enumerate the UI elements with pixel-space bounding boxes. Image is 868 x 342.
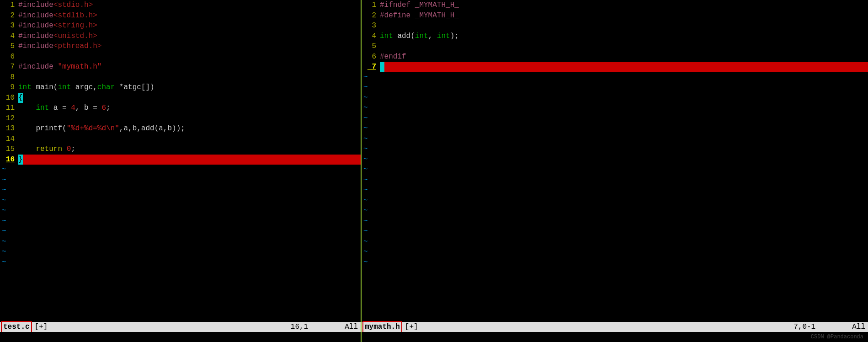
line-number: 2 bbox=[362, 11, 380, 21]
empty-line-tilde: ~ bbox=[0, 257, 361, 268]
empty-line-tilde: ~ bbox=[362, 155, 868, 165]
line-content: } bbox=[18, 155, 361, 165]
code-area-left[interactable]: 1#include<stdio.h> 2#include<stdlib.h> 3… bbox=[0, 0, 361, 322]
line-number: 3 bbox=[0, 21, 18, 31]
line-number: 5 bbox=[362, 41, 380, 51]
line-number: 15 bbox=[0, 144, 18, 154]
code-line[interactable]: 13 printf("%d+%d=%d\n",a,b,add(a,b)); bbox=[0, 123, 361, 134]
empty-line-tilde: ~ bbox=[0, 185, 361, 196]
empty-line-tilde: ~ bbox=[0, 247, 361, 257]
code-line[interactable]: 7 bbox=[362, 62, 868, 72]
line-content: #include<stdlib.h> bbox=[18, 11, 361, 21]
line-number: 16 bbox=[0, 155, 18, 165]
empty-line-tilde: ~ bbox=[362, 226, 868, 237]
empty-line-tilde: ~ bbox=[362, 216, 868, 227]
empty-line-tilde: ~ bbox=[362, 113, 868, 124]
empty-line-tilde: ~ bbox=[362, 82, 868, 93]
empty-line-tilde: ~ bbox=[362, 144, 868, 155]
code-line[interactable]: 6 bbox=[0, 52, 361, 62]
empty-line-tilde: ~ bbox=[0, 216, 361, 227]
view-percent-right: All bbox=[852, 322, 865, 332]
code-line[interactable]: 12 bbox=[0, 113, 361, 124]
line-content: #define _MYMATH_H_ bbox=[380, 11, 868, 21]
line-number: 1 bbox=[362, 0, 380, 10]
empty-line-tilde: ~ bbox=[362, 247, 868, 257]
cmdline-left[interactable] bbox=[0, 332, 361, 342]
statusline-left: test.c [+] 16,1 All bbox=[0, 322, 361, 332]
cursor-position-left: 16,1 bbox=[291, 322, 308, 332]
code-line[interactable]: 14 bbox=[0, 134, 361, 144]
line-content: int add(int, int); bbox=[380, 31, 868, 41]
code-line[interactable]: 4int add(int, int); bbox=[362, 31, 868, 42]
empty-line-tilde: ~ bbox=[362, 123, 868, 134]
line-number: 13 bbox=[0, 123, 18, 134]
empty-line-tilde: ~ bbox=[0, 196, 361, 206]
code-line[interactable]: 10{ bbox=[0, 93, 361, 103]
line-number: 5 bbox=[0, 41, 18, 51]
line-number: 11 bbox=[0, 103, 18, 113]
line-content: #include<pthread.h> bbox=[18, 41, 361, 51]
vim-split-left: 1#include<stdio.h> 2#include<stdlib.h> 3… bbox=[0, 0, 361, 342]
empty-line-tilde: ~ bbox=[0, 206, 361, 216]
empty-line-tilde: ~ bbox=[362, 175, 868, 186]
filename-left: test.c bbox=[1, 321, 32, 333]
code-line[interactable]: 16} bbox=[0, 155, 361, 165]
line-number: 4 bbox=[362, 31, 380, 41]
empty-line-tilde: ~ bbox=[0, 175, 361, 186]
line-content: #include<unistd.h> bbox=[18, 31, 361, 41]
line-content: #include "mymath.h" bbox=[18, 62, 361, 72]
line-number: 6 bbox=[362, 52, 380, 62]
code-line[interactable]: 5#include<pthread.h> bbox=[0, 41, 361, 52]
vim-split-right: 1#ifndef _MYMATH_H_ 2#define _MYMATH_H_ … bbox=[361, 0, 868, 342]
code-line[interactable]: 8 bbox=[0, 72, 361, 83]
empty-line-tilde: ~ bbox=[362, 134, 868, 144]
line-number: 7 bbox=[0, 62, 18, 72]
line-number: 1 bbox=[0, 0, 18, 10]
line-number: 9 bbox=[0, 82, 18, 92]
code-line[interactable]: 6#endif bbox=[362, 52, 868, 62]
empty-line-tilde: ~ bbox=[362, 72, 868, 83]
code-line[interactable]: 2#define _MYMATH_H_ bbox=[362, 11, 868, 21]
empty-line-tilde: ~ bbox=[362, 237, 868, 247]
line-number: 6 bbox=[0, 52, 18, 62]
brace-close: } bbox=[18, 155, 23, 165]
code-line[interactable]: 5 bbox=[362, 41, 868, 52]
code-line[interactable]: 4#include<unistd.h> bbox=[0, 31, 361, 42]
code-area-right[interactable]: 1#ifndef _MYMATH_H_ 2#define _MYMATH_H_ … bbox=[362, 0, 868, 322]
brace-open: { bbox=[18, 93, 23, 103]
code-line[interactable]: 3#include<string.h> bbox=[0, 21, 361, 31]
modified-flag-right: [+] bbox=[405, 322, 418, 332]
watermark: CSDN @Pandaconda bbox=[811, 333, 863, 341]
line-number: 10 bbox=[0, 93, 18, 103]
empty-line-tilde: ~ bbox=[362, 206, 868, 216]
line-content: int main(int argc,char *atgc[]) bbox=[18, 82, 361, 92]
line-content: #include<stdio.h> bbox=[18, 0, 361, 10]
line-number: 8 bbox=[0, 72, 18, 82]
code-line[interactable]: 9int main(int argc,char *atgc[]) bbox=[0, 82, 361, 93]
code-line[interactable]: 1#ifndef _MYMATH_H_ bbox=[362, 0, 868, 11]
empty-line-tilde: ~ bbox=[362, 103, 868, 113]
view-percent-left: All bbox=[345, 322, 358, 332]
cmdline-right[interactable]: CSDN @Pandaconda bbox=[362, 332, 868, 342]
line-number: 12 bbox=[0, 113, 18, 123]
line-content: { bbox=[18, 93, 361, 103]
code-line[interactable]: 7#include "mymath.h" bbox=[0, 62, 361, 72]
line-content: #ifndef _MYMATH_H_ bbox=[380, 0, 868, 10]
code-line[interactable]: 15 return 0; bbox=[0, 144, 361, 155]
code-line[interactable]: 2#include<stdlib.h> bbox=[0, 11, 361, 21]
code-line[interactable]: 11 int a = 4, b = 6; bbox=[0, 103, 361, 113]
line-content bbox=[380, 62, 868, 72]
line-number: 7 bbox=[362, 62, 380, 72]
empty-line-tilde: ~ bbox=[362, 185, 868, 196]
empty-line-tilde: ~ bbox=[362, 257, 868, 268]
code-line[interactable]: 3 bbox=[362, 21, 868, 31]
line-number: 4 bbox=[0, 31, 18, 41]
line-number: 3 bbox=[362, 21, 380, 31]
cursor-position-right: 7,0-1 bbox=[793, 322, 815, 332]
line-content: return 0; bbox=[18, 144, 361, 154]
line-number: 2 bbox=[0, 11, 18, 21]
empty-line-tilde: ~ bbox=[362, 93, 868, 103]
filename-right: mymath.h bbox=[362, 321, 402, 333]
empty-line-tilde: ~ bbox=[0, 237, 361, 247]
code-line[interactable]: 1#include<stdio.h> bbox=[0, 0, 361, 11]
